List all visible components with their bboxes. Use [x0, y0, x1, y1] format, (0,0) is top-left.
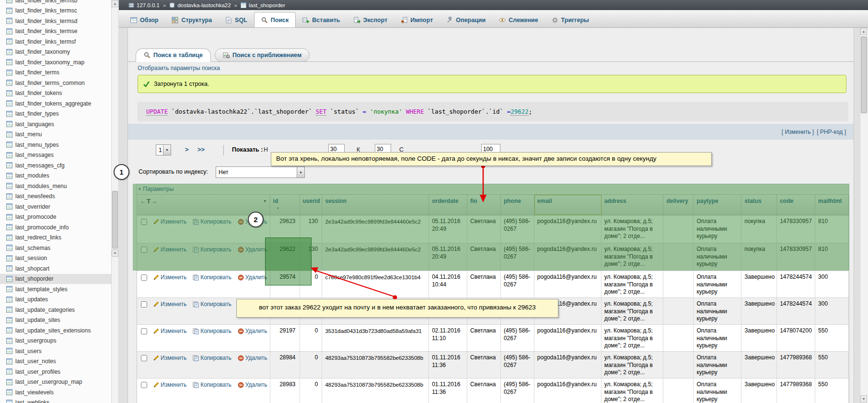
- php-code-link[interactable]: [ PHP-код ]: [817, 129, 846, 135]
- sidebar-item[interactable]: last_viewlevels: [0, 387, 111, 398]
- sidebar-item[interactable]: last_messages: [0, 150, 111, 161]
- sidebar-item[interactable]: last_finder_links_termsf: [0, 36, 111, 47]
- copy-row-link[interactable]: Копировать: [193, 274, 231, 282]
- main-scrollbar-thumb[interactable]: [861, 36, 867, 113]
- sidebar-item[interactable]: last_user_notes: [0, 356, 111, 367]
- column-header-address[interactable]: address: [602, 195, 664, 215]
- column-header-status[interactable]: status: [741, 195, 777, 215]
- delete-row-link[interactable]: Удалить: [238, 328, 267, 335]
- sidebar-item[interactable]: last_update_sites_extensions: [0, 325, 111, 336]
- row-checkbox[interactable]: [141, 355, 147, 361]
- sidebar-item[interactable]: last_finder_taxonomy: [0, 47, 111, 58]
- sidebar-item[interactable]: last_promocode_info: [0, 222, 111, 233]
- copy-row-link[interactable]: Копировать: [193, 328, 231, 335]
- sidebar-item[interactable]: last_weblinks: [0, 398, 111, 403]
- row-checkbox[interactable]: [141, 301, 147, 308]
- row-checkbox[interactable]: [141, 328, 147, 334]
- sidebar-item[interactable]: last_menu_types: [0, 140, 111, 150]
- next-page-button[interactable]: >: [185, 146, 189, 153]
- row-checkbox[interactable]: [141, 382, 147, 388]
- sidebar-item[interactable]: last_shoporder: [0, 274, 111, 284]
- sidebar-item[interactable]: last_finder_tokens: [0, 88, 111, 99]
- sidebar-item[interactable]: last_languages: [0, 119, 111, 130]
- copy-row-link[interactable]: Копировать: [193, 381, 231, 389]
- copy-row-link[interactable]: Копировать: [193, 355, 231, 362]
- sidebar-item[interactable]: last_finder_links_termse: [0, 26, 111, 37]
- sidebar-scrollbar[interactable]: ▲ ▼: [111, 0, 119, 403]
- scroll-down-icon[interactable]: ▼: [860, 395, 867, 403]
- edit-query-link[interactable]: [ Изменить ]: [782, 129, 814, 135]
- nav-tab[interactable]: Экспорт: [347, 12, 394, 27]
- copy-row-link[interactable]: Копировать: [193, 246, 231, 254]
- sidebar-item[interactable]: last_finder_links_termsc: [0, 6, 111, 16]
- sidebar-item[interactable]: last_finder_links_termsd: [0, 16, 111, 26]
- edit-row-link[interactable]: Изменить: [153, 218, 186, 226]
- row-checkbox[interactable]: [141, 247, 147, 253]
- subtab-zoom-search[interactable]: Поиск с приближением: [215, 48, 310, 62]
- nav-tab[interactable]: Вставить: [296, 12, 347, 27]
- delete-row-link[interactable]: Удалить: [238, 381, 267, 389]
- column-header-paytype[interactable]: paytype: [694, 195, 741, 215]
- edit-row-link[interactable]: Изменить: [153, 274, 186, 282]
- sidebar-item[interactable]: last_user_usergroup_map: [0, 377, 111, 388]
- row-checkbox[interactable]: [141, 219, 147, 225]
- sidebar-item[interactable]: last_users: [0, 346, 111, 356]
- scroll-up-icon[interactable]: ▲: [112, 0, 118, 7]
- column-header-userid[interactable]: userid: [300, 195, 323, 215]
- sidebar-item[interactable]: last_messages_cfg: [0, 160, 111, 171]
- scroll-down-icon[interactable]: ▼: [112, 249, 118, 257]
- column-control-cell[interactable]: ←Т→ ▼: [137, 195, 270, 215]
- nav-tab[interactable]: Операции: [440, 12, 492, 27]
- edit-row-link[interactable]: Изменить: [153, 381, 186, 389]
- copy-row-link[interactable]: Копировать: [193, 218, 231, 226]
- subtab-table-search[interactable]: Поиск в таблице: [136, 48, 211, 62]
- sidebar-item[interactable]: last_redirect_links: [0, 233, 111, 243]
- column-header-id[interactable]: id ▼: [270, 195, 300, 215]
- row-checkbox[interactable]: [141, 274, 147, 281]
- column-reorder-control[interactable]: ←Т→: [140, 198, 158, 205]
- sidebar-item[interactable]: last_user_profiles: [0, 367, 111, 377]
- column-header-code[interactable]: code: [777, 195, 815, 215]
- sidebar-item[interactable]: last_finder_taxonomy_map: [0, 57, 111, 68]
- edit-row-link[interactable]: Изменить: [153, 301, 186, 308]
- nav-tab[interactable]: Структура: [165, 12, 219, 27]
- sidebar-item[interactable]: last_schemas: [0, 243, 111, 253]
- sidebar-item[interactable]: last_newsfeeds: [0, 191, 111, 202]
- edit-row-link[interactable]: Изменить: [153, 246, 186, 254]
- show-search-params-link[interactable]: Отобразить параметры поиска: [138, 65, 220, 71]
- sidebar-item[interactable]: last_update_sites: [0, 315, 111, 326]
- delete-row-link[interactable]: Удалить: [238, 274, 267, 282]
- sidebar-item[interactable]: last_finder_terms_common: [0, 78, 111, 88]
- sort-index-select[interactable]: Нет ▼: [216, 166, 305, 178]
- page-select[interactable]: 1 ▼: [156, 144, 171, 155]
- column-header-fio[interactable]: fio: [467, 195, 501, 215]
- copy-row-link[interactable]: Копировать: [193, 301, 231, 308]
- nav-tab[interactable]: Импорт: [394, 12, 440, 27]
- params-toggle-link[interactable]: + Параметры: [137, 184, 849, 194]
- scroll-up-icon[interactable]: ▲: [860, 28, 867, 35]
- sidebar-scrollbar-thumb[interactable]: [112, 191, 118, 249]
- sidebar-item[interactable]: last_template_styles: [0, 284, 111, 295]
- column-header-email[interactable]: email: [534, 195, 602, 215]
- sidebar-item[interactable]: last_usergroups: [0, 336, 111, 346]
- sidebar-item[interactable]: last_updates: [0, 295, 111, 305]
- column-header-session[interactable]: session: [322, 195, 429, 215]
- edit-row-link[interactable]: Изменить: [153, 328, 186, 335]
- sidebar-item[interactable]: last_finder_terms: [0, 68, 111, 78]
- nav-tab[interactable]: Обзор: [124, 12, 165, 27]
- delete-row-link[interactable]: Удалить: [238, 355, 267, 362]
- breadcrumb-server[interactable]: 127.0.0.1: [137, 2, 160, 8]
- column-header-orderdate[interactable]: orderdate: [429, 195, 467, 215]
- sidebar-item[interactable]: last_shopcart: [0, 263, 111, 274]
- options-arrow-icon[interactable]: ▼: [263, 198, 267, 203]
- sidebar-item[interactable]: last_finder_tokens_aggregate: [0, 98, 111, 109]
- nav-tab[interactable]: SQL: [219, 12, 254, 27]
- column-header-phone[interactable]: phone: [501, 195, 534, 215]
- nav-tab[interactable]: Поиск: [254, 12, 296, 27]
- sidebar-item[interactable]: last_modules_menu: [0, 181, 111, 191]
- sidebar-item[interactable]: last_finder_types: [0, 109, 111, 119]
- delete-row-link[interactable]: Удалить: [238, 246, 267, 254]
- edit-row-link[interactable]: Изменить: [153, 355, 186, 362]
- nav-tab[interactable]: Слежение: [492, 12, 544, 27]
- sidebar-item[interactable]: last_finder_links_termsb: [0, 0, 111, 6]
